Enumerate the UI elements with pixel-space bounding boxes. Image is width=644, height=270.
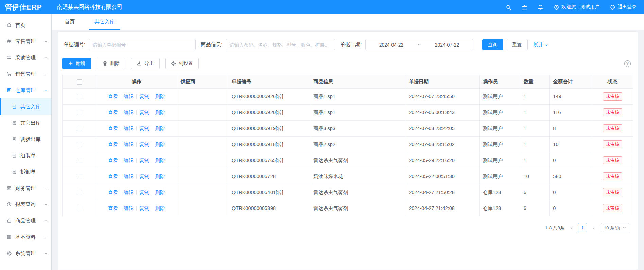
table-row: 查看编辑复制删除QTRK00000005398雷达杀虫气雾剂2024-04-27…: [63, 200, 633, 216]
delete-link[interactable]: 删除: [155, 190, 165, 195]
tab-other-in[interactable]: 其它入库: [92, 14, 118, 30]
edit-link[interactable]: 编辑: [124, 94, 134, 99]
delete-button[interactable]: 删除: [97, 58, 125, 69]
row-actions-cell: 查看编辑复制删除: [96, 137, 177, 152]
status-cell: 未审核: [592, 121, 633, 137]
row-checkbox[interactable]: [77, 158, 82, 163]
logout-button[interactable]: 退出登录: [610, 4, 637, 10]
edit-link[interactable]: 编辑: [124, 174, 134, 179]
row-actions-cell: 查看编辑复制删除: [96, 200, 177, 216]
row-checkbox-cell: [63, 152, 96, 168]
sidebar-item-home[interactable]: 首页: [0, 17, 51, 33]
view-link[interactable]: 查看: [108, 190, 118, 195]
bill-no-input[interactable]: [89, 39, 196, 50]
sidebar-item-label: 系统管理: [15, 250, 36, 257]
delete-link[interactable]: 删除: [155, 158, 165, 163]
swap-icon: [6, 55, 12, 60]
sidebar-item-warehouse[interactable]: 仓库管理: [0, 82, 51, 98]
delete-link[interactable]: 删除: [155, 205, 165, 211]
supplier-cell: [177, 121, 228, 137]
edit-link[interactable]: 编辑: [124, 126, 134, 131]
sidebar-item-system[interactable]: 系统管理: [0, 245, 51, 262]
date-from-value[interactable]: 2024-04-22: [366, 42, 417, 48]
copy-link[interactable]: 复制: [139, 126, 149, 131]
row-actions-cell: 查看编辑复制删除: [96, 105, 177, 121]
action-separator: [136, 126, 137, 131]
tenant-icon[interactable]: [522, 4, 527, 10]
reset-button[interactable]: 重置: [507, 39, 528, 50]
edit-link[interactable]: 编辑: [124, 205, 134, 211]
sidebar-item-disassembly[interactable]: 拆卸单: [0, 164, 51, 180]
sidebar-item-other-out[interactable]: 其它出库: [0, 115, 51, 131]
view-link[interactable]: 查看: [108, 158, 118, 163]
copy-link[interactable]: 复制: [139, 205, 149, 211]
file-icon: [12, 153, 17, 158]
export-button[interactable]: 导出: [131, 58, 160, 69]
copy-link[interactable]: 复制: [139, 174, 149, 179]
sidebar-item-transfer-out[interactable]: 调拨出库: [0, 131, 51, 147]
view-link[interactable]: 查看: [108, 126, 118, 131]
view-link[interactable]: 查看: [108, 142, 118, 147]
action-separator: [136, 94, 137, 99]
notification-bell-icon[interactable]: [538, 4, 543, 10]
sidebar-item-finance[interactable]: 财务管理: [0, 180, 51, 196]
copy-link[interactable]: 复制: [139, 142, 149, 147]
edit-link[interactable]: 编辑: [124, 190, 134, 195]
action-separator: [152, 158, 152, 163]
row-checkbox[interactable]: [77, 190, 82, 195]
sidebar-item-retail[interactable]: 零售管理: [0, 33, 51, 50]
view-link[interactable]: 查看: [108, 94, 118, 99]
row-checkbox[interactable]: [77, 126, 82, 131]
sidebar-item-goods[interactable]: 商品管理: [0, 213, 51, 229]
action-separator: [121, 174, 121, 179]
next-page-button[interactable]: [592, 226, 596, 230]
sidebar-item-purchase[interactable]: 采购管理: [0, 50, 51, 66]
page-number-button[interactable]: 1: [578, 223, 587, 232]
tab-home[interactable]: 首页: [62, 14, 77, 30]
query-button[interactable]: 查询: [482, 39, 503, 50]
top-header-bar: 管伊佳ERP 南通某某网络科技有限公司 欢迎您，测试用户 退出登录: [0, 0, 644, 14]
date-range-picker[interactable]: 2024-04-22 ~ 2024-07-22: [365, 39, 473, 50]
expand-filters-link[interactable]: 展开: [533, 41, 549, 48]
action-separator: [136, 110, 137, 115]
edit-link[interactable]: 编辑: [124, 142, 134, 147]
sidebar-item-sales[interactable]: 销售管理: [0, 66, 51, 82]
edit-link[interactable]: 编辑: [124, 158, 134, 163]
view-link[interactable]: 查看: [108, 174, 118, 179]
copy-link[interactable]: 复制: [139, 94, 149, 99]
edit-link[interactable]: 编辑: [124, 110, 134, 115]
product-info-input[interactable]: [226, 39, 335, 50]
row-checkbox[interactable]: [77, 206, 82, 211]
delete-link[interactable]: 删除: [155, 94, 165, 99]
row-checkbox[interactable]: [77, 174, 82, 179]
delete-link[interactable]: 删除: [155, 126, 165, 131]
add-button[interactable]: 新增: [62, 58, 91, 69]
sidebar-item-basic-data[interactable]: 基本资料: [0, 229, 51, 245]
sidebar-item-assembly[interactable]: 组装单: [0, 147, 51, 164]
view-link[interactable]: 查看: [108, 110, 118, 115]
sidebar-item-other-in[interactable]: 其它入库: [0, 98, 51, 115]
column-header-status: 状态: [592, 75, 633, 89]
delete-link[interactable]: 删除: [155, 142, 165, 147]
bill-no-cell: QTRK00000005728: [228, 168, 310, 184]
copy-link[interactable]: 复制: [139, 110, 149, 115]
copy-link[interactable]: 复制: [139, 190, 149, 195]
delete-link[interactable]: 删除: [155, 174, 165, 179]
search-icon[interactable]: [506, 4, 511, 10]
date-to-value[interactable]: 2024-07-22: [421, 42, 473, 48]
select-all-checkbox[interactable]: [77, 79, 82, 85]
page-size-select[interactable]: 10 条/页: [601, 223, 629, 232]
delete-link[interactable]: 删除: [155, 110, 165, 115]
prev-page-button[interactable]: [569, 226, 573, 230]
copy-link[interactable]: 复制: [139, 158, 149, 163]
sidebar-item-reports[interactable]: 报表查询: [0, 196, 51, 213]
status-cell: 未审核: [592, 168, 633, 184]
sidebar-item-label: 基本资料: [15, 234, 36, 240]
help-icon[interactable]: ?: [624, 60, 631, 67]
view-link[interactable]: 查看: [108, 205, 118, 211]
row-checkbox[interactable]: [77, 110, 82, 115]
row-checkbox[interactable]: [77, 142, 82, 147]
row-checkbox[interactable]: [77, 94, 82, 99]
table-body: 查看编辑复制删除QTRK00000005926[转]商品1 sp12024-07…: [63, 89, 633, 216]
column-settings-button[interactable]: 列设置: [165, 58, 199, 69]
